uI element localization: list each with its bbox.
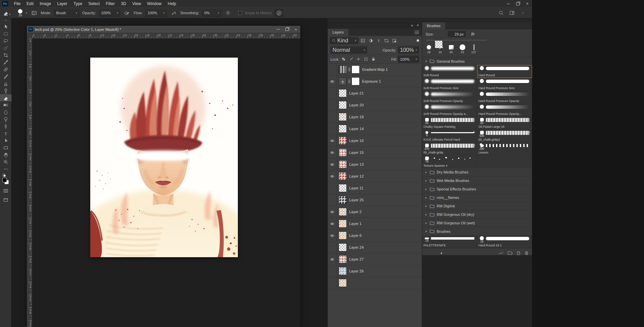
dodge-tool[interactable] xyxy=(0,116,12,123)
menu-item[interactable]: Image xyxy=(37,0,54,7)
lock-position-button[interactable] xyxy=(355,56,362,62)
brush-folder[interactable]: ▸ Special Effects Brushes xyxy=(422,185,532,193)
spot-healing-tool[interactable] xyxy=(0,66,12,73)
shape-tool[interactable] xyxy=(0,144,12,151)
layer-row[interactable]: Layer 16 xyxy=(328,135,422,147)
layer-thumbnail[interactable] xyxy=(339,125,347,133)
mode-dropdown[interactable]: Brush ▾ xyxy=(54,9,79,17)
smoothing-options-button[interactable] xyxy=(224,9,232,17)
layer-row[interactable]: Layer 20 xyxy=(328,99,422,111)
brush-folder[interactable]: ▸ RM Gorgeous Oil (dry) xyxy=(422,210,532,219)
canvas[interactable] xyxy=(90,58,238,257)
brush-tool[interactable] xyxy=(0,73,12,80)
tool-preset-picker[interactable]: ▾ xyxy=(2,9,11,16)
gradient-tool[interactable] xyxy=(0,101,12,108)
visibility-toggle[interactable] xyxy=(328,87,337,99)
doc-maximize-button[interactable] xyxy=(283,26,291,33)
visibility-toggle[interactable] xyxy=(328,230,337,241)
layer-thumbnail[interactable] xyxy=(339,231,347,240)
brush-group-brushes[interactable]: ▾ Brushes xyxy=(422,227,532,235)
flow-dropdown[interactable]: 100% ▾ xyxy=(146,9,167,17)
lock-transparency-button[interactable] xyxy=(340,56,347,62)
crop-tool[interactable] xyxy=(0,52,12,59)
minimize-button[interactable] xyxy=(504,0,513,7)
default-colors-icon[interactable] xyxy=(3,174,6,177)
preview-size-slider-thumb[interactable]: ▲ xyxy=(440,251,443,254)
filter-smart-objects-button[interactable] xyxy=(391,38,397,44)
menu-item[interactable]: Window xyxy=(144,0,165,7)
brush-preset[interactable]: 200 ✎ Leaves xyxy=(477,142,532,155)
layer-thumbnail[interactable] xyxy=(339,77,347,85)
visibility-toggle[interactable] xyxy=(328,265,337,277)
erase-history-brush-button[interactable] xyxy=(275,9,283,17)
menu-item[interactable]: Layer xyxy=(54,0,70,7)
filter-pixel-layers-button[interactable] xyxy=(360,38,366,44)
brush-preset[interactable]: ✎ Hard Round Pressure Opacity xyxy=(477,91,532,104)
layer-thumbnail[interactable] xyxy=(339,101,347,109)
zoom-tool[interactable] xyxy=(0,158,12,165)
visibility-toggle[interactable] xyxy=(328,76,337,87)
visibility-toggle[interactable] xyxy=(328,277,337,289)
brush-preset[interactable]: 19 ✎ Hard Round 19 1 xyxy=(477,235,532,248)
restore-button[interactable] xyxy=(513,0,523,7)
layer-row[interactable]: Gradient Map 1 xyxy=(328,64,422,76)
layer-thumbnail[interactable] xyxy=(339,65,347,74)
erase-to-history-checkbox[interactable] xyxy=(238,11,242,15)
brush-preset-picker[interactable]: 29 xyxy=(18,9,22,17)
layer-thumbnail[interactable] xyxy=(339,89,347,97)
visibility-toggle[interactable] xyxy=(328,99,337,111)
brush-settings-button[interactable] xyxy=(470,32,475,37)
layer-row[interactable]: Layer 6 xyxy=(328,230,422,242)
layer-row[interactable]: Layer 26 xyxy=(328,265,422,277)
recent-brush[interactable]: 137 xyxy=(469,44,479,54)
layer-row[interactable]: Exposure 1 xyxy=(328,76,422,87)
visibility-toggle[interactable] xyxy=(328,170,337,182)
layer-row[interactable] xyxy=(328,277,422,289)
blur-tool[interactable] xyxy=(0,108,12,116)
visibility-toggle[interactable] xyxy=(328,242,337,253)
workspace-switcher-button[interactable] xyxy=(508,9,516,17)
search-button[interactable] xyxy=(497,9,505,17)
layer-thumbnail[interactable] xyxy=(339,208,347,216)
new-brush-button[interactable] xyxy=(516,251,521,256)
brush-preset[interactable]: 63 ✎ Oil Pastel Large 18 xyxy=(477,117,532,129)
move-tool[interactable] xyxy=(0,23,12,30)
brush-folder[interactable]: ▸ RM Gorgeous Oil (wet) xyxy=(422,219,532,227)
layer-thumbnail[interactable] xyxy=(339,255,347,263)
visibility-toggle[interactable] xyxy=(328,182,337,194)
recent-brush[interactable]: 15 xyxy=(435,44,445,54)
size-value-field[interactable]: 29 px xyxy=(448,31,466,37)
layer-row[interactable]: Layer 11 xyxy=(328,182,422,194)
brush-preset[interactable]: ✎ Soft Round Pressure Opacity a... xyxy=(422,104,477,117)
brush-preset[interactable]: ✎ Hard Round Pressure Opacity... xyxy=(477,104,532,117)
layer-thumbnail[interactable] xyxy=(339,243,347,251)
layer-thumbnail[interactable] xyxy=(339,113,347,121)
foreground-color-swatch[interactable] xyxy=(2,178,7,182)
edit-toolbar-button[interactable] xyxy=(0,165,12,172)
brush-preset[interactable]: 200 ✎ 00_chalk-gritty xyxy=(422,142,477,155)
brush-group-general[interactable]: ▾ General Brushes xyxy=(422,57,532,65)
menu-item[interactable]: Edit xyxy=(23,0,37,7)
doc-minimize-button[interactable] xyxy=(274,26,283,33)
marquee-tool[interactable] xyxy=(0,30,12,37)
visibility-toggle[interactable] xyxy=(328,64,337,75)
blend-mode-dropdown[interactable]: Normal ▾ xyxy=(330,46,367,54)
brush-preset[interactable]: 500 ✎ 00_chalk-gritty2 xyxy=(477,129,532,142)
visibility-toggle[interactable] xyxy=(328,218,337,229)
brush-size-slider[interactable]: ▲ xyxy=(426,39,528,43)
layer-thumbnail[interactable] xyxy=(339,160,347,168)
brush-preset[interactable]: 79 ✎ Texture épaisse 4 xyxy=(422,155,477,168)
layer-row[interactable]: Layer 25 xyxy=(328,194,422,206)
layer-row[interactable]: Layer 21 xyxy=(328,87,422,99)
visibility-toggle[interactable] xyxy=(328,206,337,218)
visibility-toggle[interactable] xyxy=(328,194,337,206)
layer-row[interactable]: Layer 13 xyxy=(328,159,422,170)
panel-menu-icon[interactable] xyxy=(415,31,419,34)
doc-close-button[interactable]: × xyxy=(291,26,300,33)
toggle-brush-panel-button[interactable] xyxy=(30,9,38,17)
menu-item[interactable]: Type xyxy=(70,0,85,7)
lasso-tool[interactable] xyxy=(0,37,12,44)
layer-row[interactable]: Layer 2 xyxy=(328,206,422,218)
visibility-toggle[interactable] xyxy=(328,135,337,146)
brush-preset[interactable]: 19 ✎ PALETTEKNIFE xyxy=(422,235,477,248)
